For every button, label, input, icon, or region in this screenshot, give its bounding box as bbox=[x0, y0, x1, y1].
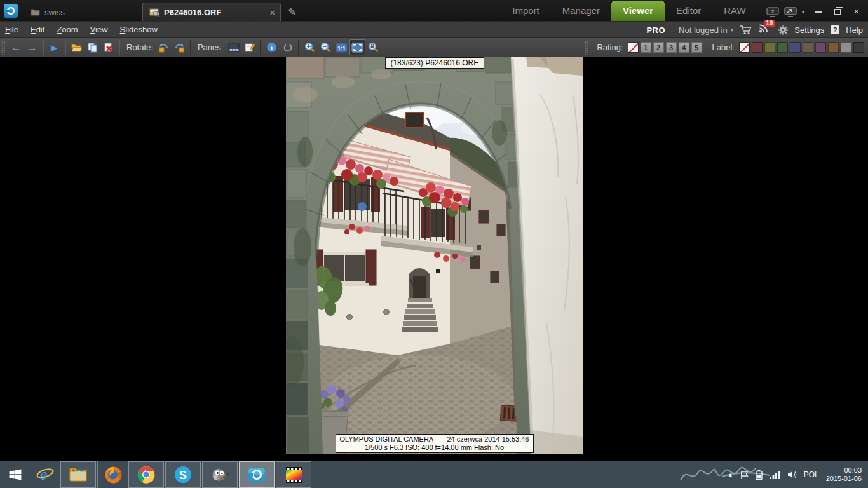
taskbar-media-viewer[interactable] bbox=[276, 461, 311, 488]
open-folder-icon bbox=[71, 43, 83, 52]
rating-5-button[interactable]: 5 bbox=[691, 42, 702, 53]
delete-button[interactable] bbox=[100, 39, 116, 55]
zoom-actual-size-button[interactable]: 1:1 bbox=[334, 39, 349, 55]
zoom-in-button[interactable] bbox=[302, 39, 318, 55]
restore-button[interactable] bbox=[834, 9, 841, 15]
filmstrip-icon bbox=[228, 43, 240, 52]
tab-editor[interactable]: Editor bbox=[665, 5, 712, 21]
news-feed-button[interactable]: 10 bbox=[759, 24, 768, 36]
volume-icon[interactable] bbox=[787, 470, 797, 479]
menu-file[interactable]: File bbox=[5, 25, 18, 34]
tab-import[interactable]: Import bbox=[501, 5, 551, 21]
second-monitor-icon[interactable]: 2 bbox=[766, 7, 779, 17]
label-none-button[interactable] bbox=[739, 42, 750, 53]
zoom-out-button[interactable] bbox=[318, 39, 334, 55]
separator bbox=[119, 40, 120, 55]
caption-pane-button[interactable] bbox=[241, 39, 257, 55]
window-controls: × bbox=[815, 8, 859, 15]
orbit-view-button[interactable] bbox=[280, 39, 295, 55]
tab-folder-swiss[interactable]: swiss bbox=[22, 3, 142, 21]
help-icon[interactable]: ? bbox=[831, 25, 839, 34]
rating-none-button[interactable] bbox=[628, 42, 639, 53]
help-button[interactable]: Help bbox=[846, 25, 863, 35]
info-icon: i bbox=[266, 42, 277, 53]
slideshow-play-button[interactable]: ▶ bbox=[46, 39, 62, 55]
image-info-button[interactable]: i bbox=[264, 39, 280, 55]
open-folder-button[interactable] bbox=[69, 39, 85, 55]
menu-slideshow[interactable]: Slideshow bbox=[120, 25, 158, 34]
network-signal-icon[interactable] bbox=[770, 470, 780, 479]
tab-viewer[interactable]: Viewer bbox=[611, 1, 665, 21]
tab-raw[interactable]: RAW bbox=[712, 5, 757, 21]
minimize-button[interactable] bbox=[815, 11, 822, 13]
zoom-fit-button[interactable] bbox=[349, 39, 365, 55]
tab-manager[interactable]: Manager bbox=[551, 5, 611, 21]
rating-3-button[interactable]: 3 bbox=[666, 42, 677, 53]
label-color-olive-button[interactable] bbox=[764, 42, 775, 53]
label-label: Label: bbox=[712, 43, 735, 52]
taskbar-internet-explorer[interactable]: e bbox=[31, 461, 60, 488]
separator bbox=[43, 40, 44, 55]
menu-view[interactable]: View bbox=[90, 25, 108, 34]
play-icon: ▶ bbox=[51, 43, 58, 52]
app-logo-icon[interactable] bbox=[4, 4, 18, 18]
one-to-one-icon: 1:1 bbox=[336, 43, 348, 53]
label-color-blue-button[interactable] bbox=[790, 42, 801, 53]
taskbar-firefox[interactable] bbox=[98, 461, 128, 488]
notification-badge: 10 bbox=[764, 20, 775, 27]
gear-icon[interactable] bbox=[778, 25, 788, 35]
taskbar-file-explorer[interactable] bbox=[60, 461, 96, 488]
tab-close-icon[interactable]: × bbox=[269, 7, 275, 18]
zoom-lock-button[interactable] bbox=[365, 39, 381, 55]
tray-expand-icon[interactable]: ▲ bbox=[728, 471, 733, 478]
rotate-left-button[interactable] bbox=[156, 39, 172, 55]
toolbar-grip[interactable] bbox=[585, 41, 589, 55]
close-window-button[interactable]: × bbox=[853, 8, 859, 15]
photo-p6246016[interactable]: (183/623) P6246016.ORF OLYMPUS DIGITAL C… bbox=[286, 57, 583, 454]
viewer-canvas[interactable]: (183/623) P6246016.ORF OLYMPUS DIGITAL C… bbox=[0, 57, 868, 461]
rating-2-button[interactable]: 2 bbox=[653, 42, 664, 53]
copy-button[interactable] bbox=[85, 39, 100, 55]
battery-icon[interactable] bbox=[756, 470, 763, 480]
menu-edit[interactable]: Edit bbox=[31, 25, 44, 34]
fullscreen-monitor-icon[interactable] bbox=[784, 7, 797, 17]
rotate-right-button[interactable] bbox=[172, 39, 187, 55]
image-counter-overlay: (183/623) P6246016.ORF bbox=[384, 57, 484, 69]
shopping-cart-icon[interactable] bbox=[740, 25, 752, 35]
previous-image-button[interactable]: ← bbox=[8, 39, 24, 55]
tab-document-active[interactable]: P6246016.ORF × bbox=[142, 3, 281, 21]
zoner-photo-studio-window: swiss P6246016.ORF × ✎ Import Manager Vi… bbox=[0, 0, 868, 488]
pencil-icon: ✎ bbox=[288, 6, 296, 18]
monitor-caret-icon[interactable]: ▾ bbox=[802, 9, 805, 15]
label-color-red-button[interactable] bbox=[752, 42, 763, 53]
taskbar-clock[interactable]: 00:03 2015-01-06 bbox=[826, 466, 862, 483]
menu-zoom[interactable]: Zoom bbox=[57, 25, 78, 34]
next-image-button[interactable]: → bbox=[24, 39, 40, 55]
label-color-dark-button[interactable] bbox=[853, 42, 864, 53]
new-edit-tab-button[interactable]: ✎ bbox=[281, 3, 302, 21]
taskbar-gimp[interactable] bbox=[202, 461, 238, 488]
label-color-brown-button[interactable] bbox=[828, 42, 839, 53]
rating-4-button[interactable]: 4 bbox=[679, 42, 689, 53]
taskbar: e S ▲ POL bbox=[0, 461, 868, 488]
taskbar-zoner-photo-studio[interactable] bbox=[239, 461, 275, 488]
settings-button[interactable]: Settings bbox=[794, 25, 824, 35]
filmstrip-pane-button[interactable] bbox=[226, 39, 241, 55]
login-menu[interactable]: Not logged in ▾ bbox=[679, 25, 733, 35]
label-color-gray-button[interactable] bbox=[841, 42, 851, 53]
action-center-flag-icon[interactable] bbox=[740, 470, 749, 480]
internet-explorer-icon: e bbox=[36, 465, 55, 484]
taskbar-skype[interactable]: S bbox=[165, 461, 201, 488]
taskbar-chrome[interactable] bbox=[128, 461, 164, 488]
language-indicator[interactable]: POL bbox=[804, 470, 819, 479]
label-color-purple-button[interactable] bbox=[815, 42, 826, 53]
rating-1-button[interactable]: 1 bbox=[641, 42, 651, 53]
forward-arrow-icon: → bbox=[27, 42, 37, 53]
toolbar-grip[interactable] bbox=[1, 41, 6, 55]
gimp-icon bbox=[210, 466, 229, 483]
exif-datetime: - 24 czerwca 2014 15:53:46 bbox=[443, 435, 529, 444]
label-color-taupe-button[interactable] bbox=[803, 42, 813, 53]
label-color-green-button[interactable] bbox=[777, 42, 788, 53]
account-bar: PRO Not logged in ▾ 10 Settings ? Help bbox=[646, 22, 863, 38]
start-button[interactable] bbox=[0, 461, 31, 488]
